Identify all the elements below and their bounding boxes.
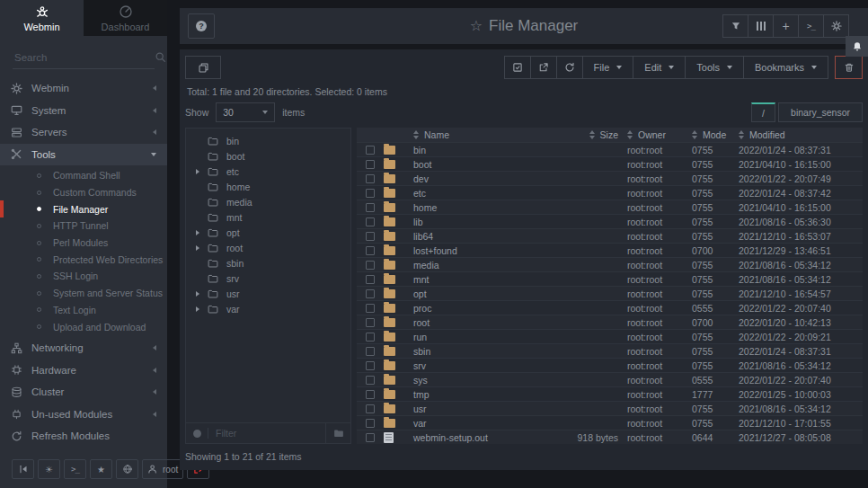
trash-button[interactable] bbox=[835, 56, 863, 79]
select-all-button[interactable] bbox=[504, 56, 531, 79]
sidebar-item-cluster[interactable]: Cluster bbox=[0, 381, 167, 404]
row-checkbox[interactable] bbox=[366, 217, 375, 226]
terminal-button[interactable]: >_ bbox=[64, 459, 86, 479]
row-checkbox[interactable] bbox=[366, 433, 375, 442]
row-checkbox[interactable] bbox=[366, 275, 375, 284]
tree-item[interactable]: opt bbox=[186, 225, 350, 240]
filter-button[interactable] bbox=[722, 14, 748, 38]
favorite-star-icon[interactable]: ☆ bbox=[470, 18, 483, 33]
tab-webmin[interactable]: Webmin bbox=[0, 0, 84, 36]
expand-toggle[interactable] bbox=[196, 245, 208, 251]
clear-filter-icon[interactable] bbox=[192, 429, 202, 439]
table-row[interactable]: bin root:root 0755 2022/01/24 - 08:37:31 bbox=[357, 142, 863, 156]
tree-item[interactable]: sbin bbox=[186, 255, 350, 271]
tree-item[interactable]: var bbox=[186, 301, 350, 316]
export-button[interactable] bbox=[530, 56, 557, 79]
table-row[interactable]: var root:root 0755 2021/12/10 - 17:01:55 bbox=[357, 415, 863, 430]
table-row[interactable]: boot root:root 0755 2021/04/10 - 16:15:0… bbox=[357, 156, 863, 171]
tab-dashboard[interactable]: Dashboard bbox=[84, 0, 167, 36]
row-checkbox[interactable] bbox=[366, 189, 375, 198]
table-row[interactable]: lib64 root:root 0755 2021/12/10 - 16:53:… bbox=[357, 228, 863, 243]
sidebar-subitem-upload-and-download[interactable]: Upload and Download bbox=[0, 318, 167, 335]
table-row[interactable]: run root:root 0755 2022/01/22 - 20:09:21 bbox=[357, 329, 863, 343]
expand-toggle[interactable] bbox=[196, 184, 208, 190]
tree-item[interactable]: srv bbox=[186, 271, 350, 286]
table-row[interactable]: lost+found root:root 0700 2021/12/29 - 1… bbox=[357, 243, 863, 257]
sidebar-subitem-text-login[interactable]: Text Login bbox=[0, 302, 167, 319]
table-row[interactable]: proc root:root 0555 2022/01/22 - 20:07:4… bbox=[357, 300, 863, 315]
expand-toggle[interactable] bbox=[196, 261, 208, 266]
tree-item[interactable]: etc bbox=[186, 164, 350, 179]
expand-toggle[interactable] bbox=[196, 154, 208, 159]
page-size-select[interactable]: 30 bbox=[216, 102, 275, 122]
sidebar-item-tools[interactable]: Tools bbox=[0, 144, 167, 166]
expand-toggle[interactable] bbox=[196, 215, 208, 220]
sidebar-subitem-protected-web-directories[interactable]: Protected Web Directories bbox=[0, 251, 167, 268]
favorites-button[interactable]: ★ bbox=[90, 459, 112, 479]
row-checkbox[interactable] bbox=[366, 174, 375, 183]
select-view-button[interactable] bbox=[185, 56, 221, 79]
sidebar-subitem-command-shell[interactable]: Command Shell bbox=[0, 167, 167, 184]
table-row[interactable]: webmin-setup.out 918 bytes root:root 064… bbox=[357, 430, 863, 444]
sidebar-item-unused-modules[interactable]: Un-used Modules bbox=[0, 403, 167, 425]
sidebar-item-refresh-modules[interactable]: Refresh Modules bbox=[0, 425, 167, 448]
row-checkbox[interactable] bbox=[366, 232, 375, 241]
tree-item[interactable]: usr bbox=[186, 286, 350, 301]
table-row[interactable]: lib root:root 0755 2021/08/16 - 05:36:30 bbox=[357, 214, 863, 228]
tree-item[interactable]: mnt bbox=[186, 209, 350, 225]
refresh-button[interactable] bbox=[556, 56, 583, 79]
shell-button[interactable]: >_ bbox=[798, 14, 824, 38]
tree-folder-button[interactable] bbox=[325, 423, 350, 443]
help-button[interactable]: ? bbox=[188, 13, 215, 39]
notifications-button[interactable] bbox=[846, 36, 868, 57]
row-checkbox[interactable] bbox=[366, 318, 375, 327]
row-checkbox[interactable] bbox=[366, 261, 375, 270]
column-header-modified[interactable]: Modified bbox=[739, 129, 863, 140]
sidebar-item-servers[interactable]: Servers bbox=[0, 121, 167, 144]
row-checkbox[interactable] bbox=[366, 246, 375, 255]
sidebar-subitem-http-tunnel[interactable]: HTTP Tunnel bbox=[0, 217, 167, 235]
expand-toggle[interactable] bbox=[196, 276, 208, 281]
table-row[interactable]: srv root:root 0755 2021/08/16 - 05:34:12 bbox=[357, 358, 863, 372]
tree-item[interactable]: root bbox=[186, 240, 350, 255]
expand-toggle[interactable] bbox=[196, 306, 208, 312]
row-checkbox[interactable] bbox=[366, 376, 375, 385]
column-header-mode[interactable]: Mode bbox=[692, 129, 739, 140]
sidebar-subitem-file-manager[interactable]: File Manager bbox=[0, 200, 167, 217]
row-checkbox[interactable] bbox=[366, 203, 375, 212]
row-checkbox[interactable] bbox=[366, 289, 375, 298]
table-row[interactable]: tmp root:root 1777 2022/01/25 - 10:00:03 bbox=[357, 386, 863, 401]
table-row[interactable]: sys root:root 0555 2022/01/22 - 20:07:40 bbox=[357, 372, 863, 386]
sidebar-item-webmin[interactable]: Webmin bbox=[0, 77, 167, 100]
sidebar-subitem-custom-commands[interactable]: Custom Commands bbox=[0, 184, 167, 201]
table-row[interactable]: root root:root 0700 2022/01/20 - 10:42:1… bbox=[357, 315, 863, 329]
tree-item[interactable]: home bbox=[186, 179, 350, 194]
expand-toggle[interactable] bbox=[196, 138, 208, 144]
row-checkbox[interactable] bbox=[366, 361, 375, 370]
column-header-owner[interactable]: Owner bbox=[627, 129, 692, 140]
file-menu-button[interactable]: File bbox=[582, 56, 634, 79]
expand-toggle[interactable] bbox=[196, 230, 208, 235]
columns-button[interactable] bbox=[748, 14, 774, 38]
language-button[interactable] bbox=[116, 459, 138, 479]
expand-toggle[interactable] bbox=[196, 200, 208, 205]
sidebar-item-system[interactable]: System bbox=[0, 100, 167, 122]
path-root-button[interactable]: / bbox=[751, 102, 775, 122]
tree-filter-input[interactable] bbox=[214, 427, 320, 439]
expand-toggle[interactable] bbox=[196, 291, 208, 297]
tree-item[interactable]: media bbox=[186, 194, 350, 209]
table-row[interactable]: mnt root:root 0755 2021/08/16 - 05:34:12 bbox=[357, 271, 863, 286]
row-checkbox[interactable] bbox=[366, 347, 375, 356]
row-checkbox[interactable] bbox=[366, 333, 375, 342]
column-header-size[interactable]: Size bbox=[537, 129, 627, 140]
row-checkbox[interactable] bbox=[366, 304, 375, 313]
table-row[interactable]: home root:root 0755 2021/04/10 - 16:15:0… bbox=[357, 200, 863, 214]
table-row[interactable]: sbin root:root 0755 2022/01/24 - 08:37:3… bbox=[357, 343, 863, 358]
row-checkbox[interactable] bbox=[366, 160, 375, 169]
table-row[interactable]: dev root:root 0755 2022/01/22 - 20:07:49 bbox=[357, 171, 863, 185]
bookmarks-menu-button[interactable]: Bookmarks bbox=[743, 56, 828, 79]
edit-menu-button[interactable]: Edit bbox=[633, 56, 686, 79]
settings-button[interactable] bbox=[823, 14, 849, 38]
table-row[interactable]: etc root:root 0755 2022/01/24 - 08:37:42 bbox=[357, 185, 863, 200]
sidebar-subitem-ssh-login[interactable]: SSH Login bbox=[0, 268, 167, 285]
